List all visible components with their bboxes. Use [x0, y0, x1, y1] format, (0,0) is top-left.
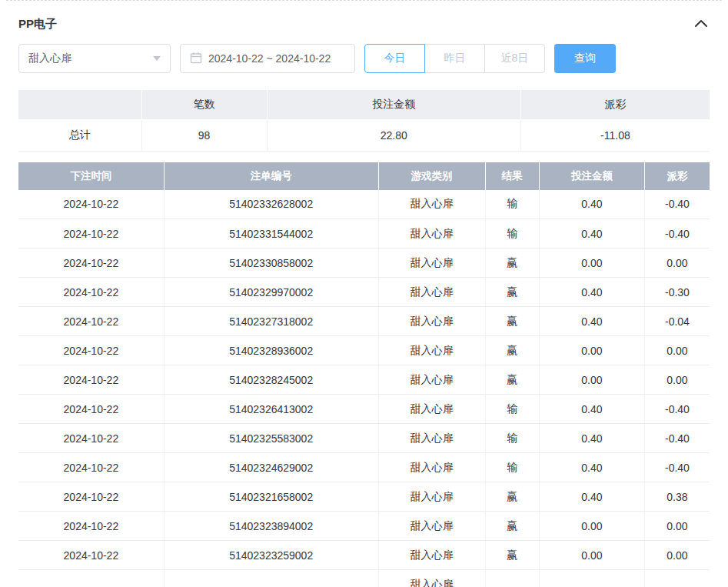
cell-bet-number: 51402327318002	[164, 307, 378, 336]
date-range-input[interactable]: 2024-10-22 ~ 2024-10-22	[180, 44, 355, 73]
game-select[interactable]: 甜入心扉	[18, 44, 171, 73]
chevron-up-icon	[694, 18, 708, 30]
quick-button-yesterday[interactable]: 昨日	[424, 44, 485, 73]
bets-table-body: 2024-10-2251402332628002甜入心扉输0.40-0.4020…	[18, 190, 710, 587]
collapse-panel-button[interactable]	[693, 17, 710, 32]
summary-header-bet-amount: 投注金额	[267, 90, 520, 119]
summary-header-empty	[18, 90, 141, 119]
cell-bet-amount: 0.40	[540, 453, 645, 482]
table-row: 2024-10-2251402327318002甜入心扉赢0.40-0.04	[18, 307, 710, 336]
cell-payout: -0.04	[644, 307, 710, 336]
cell-game-type: 甜入心扉	[378, 219, 485, 248]
page-title: PP电子	[18, 17, 57, 32]
cell-result: 赢	[485, 482, 539, 512]
cell-game-type: 甜入心扉	[378, 365, 485, 395]
cell-bet-amount	[540, 570, 645, 587]
cell-bet-number: 51402332628002	[164, 190, 378, 219]
summary-payout-value: -11.08	[520, 119, 710, 151]
report-panel: PP电子 甜入心扉 2024-10-22 ~ 2024-10-22 今日 昨日 …	[0, 1, 728, 587]
cell-bet-number: 51402326413002	[164, 395, 378, 424]
cell-payout: -0.30	[644, 278, 710, 307]
summary-header-count: 笔数	[141, 90, 267, 119]
cell-bet-time: 2024-10-22	[18, 482, 164, 512]
table-row: 2024-10-2251402328245002甜入心扉赢0.000.00	[18, 365, 710, 395]
cell-bet-amount: 0.40	[540, 219, 645, 248]
summary-total-label: 总计	[18, 119, 141, 151]
cell-result: 赢	[485, 336, 539, 365]
cell-bet-number: 51402330858002	[164, 248, 378, 278]
game-select-value: 甜入心扉	[28, 52, 71, 65]
cell-bet-amount: 0.40	[540, 307, 645, 336]
cell-bet-time: 2024-10-22	[18, 395, 164, 424]
cell-game-type: 甜入心扉	[378, 512, 485, 541]
cell-bet-number: 51402323259002	[164, 541, 378, 570]
header-bet-time: 下注时间	[18, 162, 164, 190]
cell-bet-amount: 0.00	[540, 541, 645, 570]
table-row: 2024-10-2251402330858002甜入心扉赢0.000.00	[18, 248, 710, 278]
search-button[interactable]: 查询	[554, 44, 616, 73]
cell-result: 赢	[485, 307, 539, 336]
cell-payout: -0.40	[644, 219, 710, 248]
table-row: 2024-10-2251402332628002甜入心扉输0.40-0.40	[18, 190, 710, 219]
cell-bet-number: 51402328245002	[164, 365, 378, 395]
calendar-icon	[190, 52, 202, 66]
cell-bet-number: 51402321658002	[164, 482, 378, 512]
cell-bet-number: 51402331544002	[164, 219, 378, 248]
header-bet-number: 注单编号	[164, 162, 378, 190]
cell-game-type: 甜入心扉	[378, 482, 485, 512]
cell-bet-amount: 0.00	[540, 365, 645, 395]
cell-payout: -0.40	[644, 395, 710, 424]
cell-payout: 0.00	[644, 512, 710, 541]
panel-header: PP电子	[18, 1, 710, 44]
summary-header-row: 笔数 投注金额 派彩	[18, 90, 710, 119]
cell-game-type: 甜入心扉	[378, 453, 485, 482]
date-range-value: 2024-10-22 ~ 2024-10-22	[208, 52, 331, 65]
table-row: 甜入心扉	[18, 570, 710, 587]
quick-button-today[interactable]: 今日	[364, 44, 425, 73]
table-row: 2024-10-2251402331544002甜入心扉输0.40-0.40	[18, 219, 710, 248]
cell-game-type: 甜入心扉	[378, 395, 485, 424]
cell-bet-amount: 0.40	[540, 278, 645, 307]
cell-payout: 0.00	[644, 365, 710, 395]
cell-bet-time: 2024-10-22	[18, 219, 164, 248]
cell-payout: 0.00	[644, 248, 710, 278]
cell-game-type: 甜入心扉	[378, 424, 485, 453]
header-game-type: 游戏类别	[378, 162, 485, 190]
cell-payout: 0.00	[644, 541, 710, 570]
cell-bet-number: 51402324629002	[164, 453, 378, 482]
cell-game-type: 甜入心扉	[378, 307, 485, 336]
quick-button-last8days[interactable]: 近8日	[484, 44, 545, 73]
bets-table: 下注时间 注单编号 游戏类别 结果 投注金额 派彩 2024-10-225140…	[18, 162, 710, 587]
summary-count-value: 98	[141, 119, 267, 151]
cell-bet-number: 51402325583002	[164, 424, 378, 453]
cell-result: 输	[485, 190, 539, 219]
cell-bet-time: 2024-10-22	[18, 248, 164, 278]
cell-payout: 0.38	[644, 482, 710, 512]
cell-bet-number: 51402323894002	[164, 512, 378, 541]
cell-payout: -0.40	[644, 424, 710, 453]
cell-result: 赢	[485, 248, 539, 278]
cell-game-type: 甜入心扉	[378, 278, 485, 307]
cell-bet-amount: 0.40	[540, 190, 645, 219]
cell-result: 输	[485, 453, 539, 482]
cell-bet-time	[18, 570, 164, 587]
cell-bet-time: 2024-10-22	[18, 190, 164, 219]
header-bet-amount: 投注金额	[540, 162, 645, 190]
cell-bet-number: 51402328936002	[164, 336, 378, 365]
cell-bet-number	[164, 570, 378, 587]
header-result: 结果	[485, 162, 539, 190]
cell-result: 赢	[485, 512, 539, 541]
cell-bet-amount: 0.00	[540, 248, 645, 278]
table-row: 2024-10-2251402323894002甜入心扉赢0.000.00	[18, 512, 710, 541]
cell-bet-time: 2024-10-22	[18, 512, 164, 541]
quick-range-button-group: 今日 昨日 近8日	[364, 44, 545, 73]
cell-game-type: 甜入心扉	[378, 248, 485, 278]
summary-total-row: 总计 98 22.80 -11.08	[18, 119, 710, 151]
summary-header-payout: 派彩	[520, 90, 710, 119]
cell-bet-amount: 0.00	[540, 512, 645, 541]
table-row: 2024-10-2251402321658002甜入心扉赢0.400.38	[18, 482, 710, 512]
cell-result: 赢	[485, 278, 539, 307]
cell-game-type: 甜入心扉	[378, 541, 485, 570]
cell-result	[485, 570, 539, 587]
cell-bet-time: 2024-10-22	[18, 307, 164, 336]
